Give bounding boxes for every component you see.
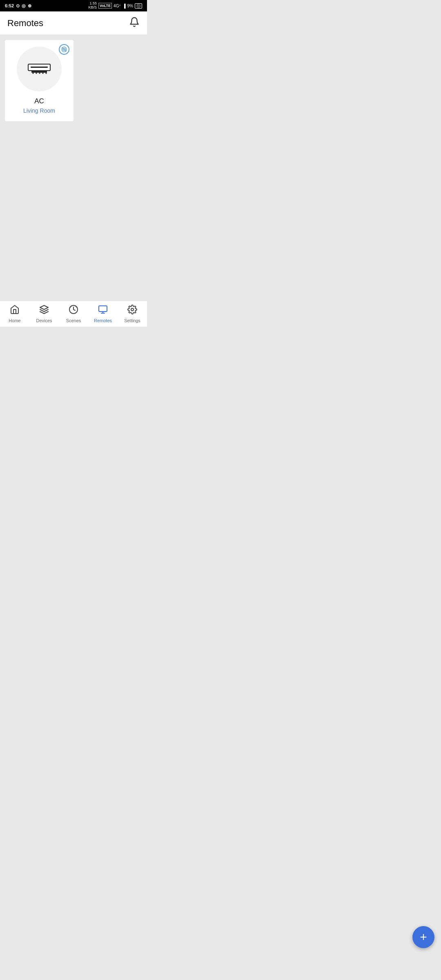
nav-item-remotes[interactable]: Remotes — [88, 302, 118, 325]
scenes-icon — [69, 305, 78, 317]
page-title: Remotes — [7, 18, 43, 29]
svg-point-17 — [131, 308, 134, 311]
svg-rect-14 — [99, 306, 107, 312]
volte-badge: VoLTE — [98, 3, 112, 9]
ac-icon-circle — [17, 47, 62, 91]
device-card-ac[interactable]: AC Living Room — [5, 40, 74, 121]
status-left: 6:52 ⊙ ◎ ⊕ — [5, 3, 31, 9]
status-time: 6:52 — [5, 3, 14, 8]
devices-icon — [39, 305, 49, 317]
no-camera-icon — [59, 44, 69, 55]
svg-point-8 — [39, 72, 40, 74]
nav-label-scenes: Scenes — [66, 318, 81, 323]
nav-item-home[interactable]: Home — [0, 302, 29, 325]
battery-icon: ⚫ — [135, 3, 142, 9]
nav-label-devices: Devices — [36, 318, 52, 323]
network-speed: 1.55KB/S — [88, 2, 97, 10]
device-name-ac: AC — [34, 97, 44, 105]
svg-rect-5 — [31, 71, 47, 73]
devices-grid: AC Living Room — [0, 35, 147, 301]
header: Remotes — [0, 11, 147, 35]
battery-percent: 9% — [127, 4, 133, 8]
signal-icon: ▐ — [122, 4, 125, 8]
svg-line-13 — [76, 306, 77, 307]
device-room-ac: Living Room — [23, 107, 55, 114]
svg-point-9 — [42, 72, 44, 74]
network-type: 4G⁺ — [114, 4, 121, 8]
nav-item-settings[interactable]: Settings — [118, 302, 147, 325]
ac-unit-icon — [27, 63, 51, 75]
svg-point-6 — [32, 72, 34, 74]
empty-slot — [74, 40, 142, 121]
status-right: 1.55KB/S VoLTE 4G⁺ ▐ 9% ⚫ — [88, 2, 142, 10]
status-icon-whatsapp: ◎ — [22, 3, 26, 9]
nav-label-settings: Settings — [124, 318, 140, 323]
bottom-nav: Home Devices Scenes — [0, 301, 147, 327]
nav-label-home: Home — [9, 318, 20, 323]
nav-item-devices[interactable]: Devices — [29, 302, 59, 325]
nav-label-remotes: Remotes — [94, 318, 112, 323]
home-icon — [10, 305, 20, 317]
notification-bell-icon[interactable] — [129, 17, 140, 30]
settings-icon — [127, 305, 137, 317]
svg-point-7 — [36, 72, 37, 74]
status-icon-circle: ⊙ — [16, 3, 20, 9]
nav-item-scenes[interactable]: Scenes — [59, 302, 88, 325]
svg-rect-4 — [31, 67, 48, 68]
svg-point-10 — [45, 72, 47, 74]
svg-line-12 — [70, 306, 71, 307]
status-bar: 6:52 ⊙ ◎ ⊕ 1.55KB/S VoLTE 4G⁺ ▐ 9% ⚫ — [0, 0, 147, 11]
status-icon-target: ⊕ — [28, 3, 31, 9]
remotes-icon — [98, 305, 108, 317]
